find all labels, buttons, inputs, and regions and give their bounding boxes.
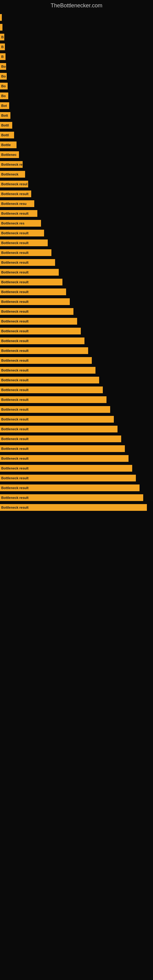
bar: Bottleneck result (0, 465, 132, 472)
bar-row: Bottleneck res (0, 160, 153, 169)
bar: Bottleneck result (0, 249, 51, 256)
bar-row: Bott (0, 111, 153, 120)
bar-label: Bottleneck result (1, 457, 29, 460)
bar: Bottleneck result (0, 367, 96, 374)
bar-row: Bottleneck result (0, 405, 153, 414)
bar (0, 14, 2, 21)
bar: Bottleneck result (0, 426, 118, 433)
bar-row: Bottleneck result (0, 444, 153, 453)
bar-row: Bottleneck (0, 170, 153, 178)
bar: Bottl (0, 122, 12, 129)
bar-label: B (1, 35, 4, 39)
bar-row: Bottle (0, 140, 153, 149)
bar-row: Bottl (0, 131, 153, 139)
bar-label: Bottleneck res (1, 221, 24, 225)
bar-row: Bottleneck result (0, 503, 153, 512)
bar: Bottleneck (0, 171, 25, 178)
bar-label: Bottleneck resul (1, 182, 27, 186)
bar-row: Bottleneck result (0, 415, 153, 423)
bar-row: Bottleneck result (0, 385, 153, 394)
bar-row: Bottleneck result (0, 493, 153, 502)
bar: Bottleneck result (0, 436, 121, 442)
bar-label: Bottleneck result (1, 368, 29, 372)
bar-label: Bottleneck result (1, 212, 29, 215)
site-header: TheBottlenecker.com (0, 0, 153, 10)
bar-label: Bottleneck result (1, 466, 29, 470)
bar: Bottleneck result (0, 475, 136, 481)
bar-label: Bottleneck result (1, 398, 29, 401)
bar: Bottleneck result (0, 396, 107, 403)
bar-row: Bottleneck result (0, 298, 153, 306)
bar: Bottleneck result (0, 406, 110, 413)
bar-row: Bottleneck result (0, 395, 153, 404)
bar-label: Bo (1, 75, 6, 78)
bar-label: Bottleneck result (1, 417, 29, 421)
bar-label: Bottleneck result (1, 486, 29, 490)
bar-label: Bottleneck result (1, 476, 29, 480)
bar-row: Bottleneck result (0, 464, 153, 473)
bar-label: Bottleneck res (1, 162, 22, 166)
bar: Bottleneck result (0, 328, 81, 334)
bar-label: Bottleneck result (1, 407, 29, 411)
bar: Bottleneck result (0, 377, 99, 383)
bar-label: Bottl (1, 123, 9, 127)
bar (0, 24, 2, 30)
bar-row: Bottleneck result (0, 376, 153, 384)
bar-label: Bottleneck result (1, 280, 29, 284)
bar: Bottleneck result (0, 230, 44, 236)
bar: Bottleneck result (0, 240, 48, 246)
bar-row: Bottleneck result (0, 317, 153, 326)
bar: Bo (0, 92, 8, 99)
bar: Bottleneck result (0, 485, 140, 491)
bar: Bottle (0, 142, 16, 148)
bar: Bottleneck result (0, 357, 92, 364)
bar-label: B (1, 45, 4, 49)
bar-label: Bottleneck result (1, 270, 29, 274)
bar: Bottleneck result (0, 191, 31, 197)
bar-label: Bo (1, 65, 6, 68)
bar-label: Bottleneck result (1, 359, 29, 362)
bar: B (0, 53, 5, 60)
bar-row: Bo (0, 62, 153, 71)
bar-row: Bottleneck result (0, 484, 153, 492)
bar: Bot (0, 102, 9, 109)
bar: Bottleneck result (0, 337, 84, 344)
bar: Bott (0, 112, 10, 119)
bar: Bottleneck result (0, 445, 125, 452)
bar: Bottleneck resul (0, 181, 28, 188)
bar-row: Bottleneck result (0, 229, 153, 237)
bar-row: Bottleneck result (0, 366, 153, 375)
bars-container: BBBBoBoBoBoBotBottBottlBottlBottleBottle… (0, 10, 153, 513)
bar-label: Bottleneck result (1, 496, 29, 500)
bar-label: Bott (1, 114, 8, 117)
site-title: TheBottlenecker.com (0, 0, 153, 10)
bar-label: Bottleneck result (1, 231, 29, 235)
bar: Bottlenec (0, 151, 19, 158)
bar-label: Bottleneck result (1, 192, 29, 196)
bar-row: Bottleneck result (0, 209, 153, 218)
bar: Bottleneck result (0, 504, 147, 511)
bar-label: Bottleneck result (1, 427, 29, 431)
bar: B (0, 34, 4, 40)
bar-row: Bottleneck result (0, 258, 153, 267)
bar: Bottleneck result (0, 308, 73, 315)
bar-row: Bottleneck result (0, 346, 153, 355)
bar-row: Bottleneck result (0, 307, 153, 316)
bar-label: Bottleneck result (1, 506, 29, 509)
bar: Bottleneck result (0, 387, 103, 393)
bar: Bo (0, 63, 6, 70)
bar-label: Bottleneck (1, 172, 18, 176)
bar: Bottleneck result (0, 494, 143, 501)
bar-label: Bottl (1, 133, 9, 137)
bar-label: Bottleneck result (1, 388, 29, 392)
bar-label: B (1, 55, 4, 59)
bar-label: Bottleneck result (1, 447, 29, 450)
bar: Bottleneck result (0, 298, 70, 305)
bar-label: Bottleneck result (1, 437, 29, 441)
bar-row: Bot (0, 101, 153, 110)
bar: B (0, 43, 5, 50)
bar-row: Bottleneck result (0, 474, 153, 482)
bar-label: Bottleneck result (1, 300, 29, 304)
bar-row: Bo (0, 82, 153, 90)
bar-label: Bottleneck result (1, 329, 29, 333)
